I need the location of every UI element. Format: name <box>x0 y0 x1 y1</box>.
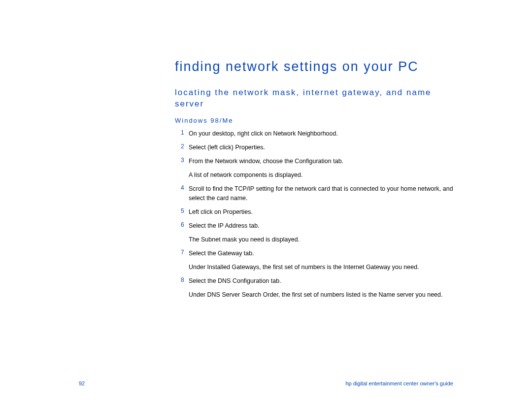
step-body: Left click on Properties. <box>189 207 253 216</box>
step-body: Select the DNS Configuration tab. Under … <box>189 276 443 299</box>
step-text: Left click on Properties. <box>189 207 253 216</box>
list-item: 6 Select the IP Address tab. The Subnet … <box>175 221 456 244</box>
step-body: Scroll to find the TCP/IP setting for th… <box>189 184 456 202</box>
step-text: Scroll to find the TCP/IP setting for th… <box>189 184 456 202</box>
os-heading: Windows 98/Me <box>175 117 456 124</box>
document-page: finding network settings on your PC loca… <box>0 0 532 411</box>
step-text: Select the Gateway tab. <box>189 249 419 258</box>
step-number: 3 <box>175 157 189 164</box>
step-text: The Subnet mask you need is displayed. <box>189 235 299 244</box>
step-text: On your desktop, right click on Network … <box>189 129 338 138</box>
step-text: Under DNS Server Search Order, the first… <box>189 290 443 299</box>
list-item: 5 Left click on Properties. <box>175 207 456 216</box>
step-list: 1 On your desktop, right click on Networ… <box>175 129 456 300</box>
step-number: 1 <box>175 129 189 136</box>
list-item: 3 From the Network window, choose the Co… <box>175 157 456 179</box>
section-heading: locating the network mask, internet gate… <box>175 87 456 110</box>
step-text: Select the IP Address tab. <box>189 221 299 230</box>
list-item: 8 Select the DNS Configuration tab. Unde… <box>175 276 456 299</box>
step-number: 2 <box>175 143 189 150</box>
main-content: finding network settings on your PC loca… <box>175 59 456 305</box>
list-item: 7 Select the Gateway tab. Under Installe… <box>175 249 456 272</box>
step-text: From the Network window, choose the Conf… <box>189 157 343 166</box>
step-text: A list of network components is displaye… <box>189 171 343 179</box>
step-number: 4 <box>175 184 189 191</box>
page-number: 92 <box>79 380 85 386</box>
page-title: finding network settings on your PC <box>175 59 456 74</box>
guide-title: hp digital entertainment center owner's … <box>345 380 453 386</box>
step-body: On your desktop, right click on Network … <box>189 129 338 138</box>
page-footer: 92 hp digital entertainment center owner… <box>79 380 453 386</box>
step-body: Select the IP Address tab. The Subnet ma… <box>189 221 299 244</box>
step-number: 8 <box>175 276 189 283</box>
step-number: 6 <box>175 221 189 228</box>
step-text: Select the DNS Configuration tab. <box>189 276 443 285</box>
list-item: 1 On your desktop, right click on Networ… <box>175 129 456 138</box>
step-number: 7 <box>175 249 189 256</box>
step-text: Select (left click) Properties. <box>189 143 265 152</box>
list-item: 4 Scroll to find the TCP/IP setting for … <box>175 184 456 202</box>
step-number: 5 <box>175 207 189 214</box>
step-body: Select the Gateway tab. Under Installed … <box>189 249 419 272</box>
step-body: From the Network window, choose the Conf… <box>189 157 343 179</box>
step-body: Select (left click) Properties. <box>189 143 265 152</box>
step-text: Under Installed Gateways, the first set … <box>189 263 419 272</box>
list-item: 2 Select (left click) Properties. <box>175 143 456 152</box>
